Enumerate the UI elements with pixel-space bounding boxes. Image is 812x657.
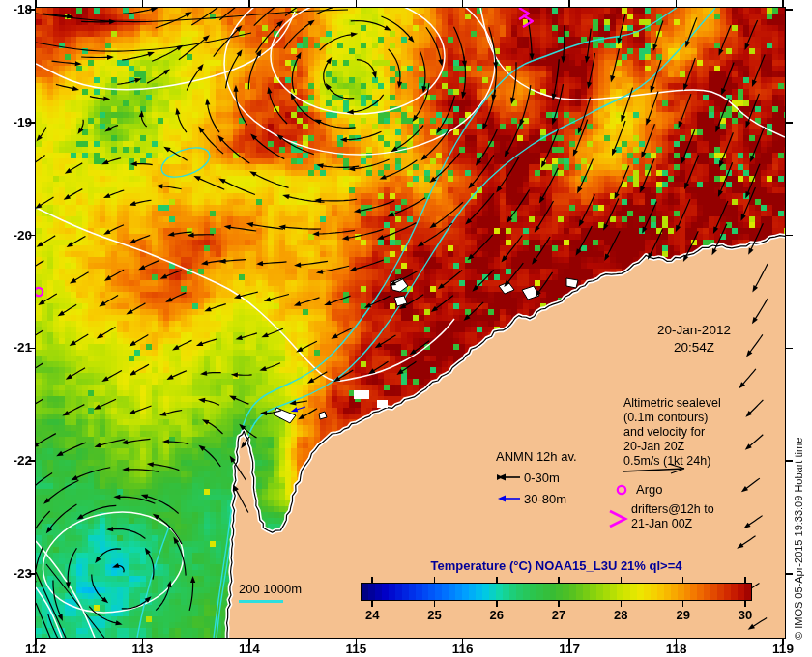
y-tick-right — [785, 348, 793, 350]
anmn-item-label: 30-80m — [524, 492, 566, 506]
colorbar-tick — [744, 577, 746, 583]
altimetric-legend-line: Altimetric sealevel — [624, 396, 721, 411]
y-tick-right — [785, 235, 793, 237]
colorbar-tick — [744, 601, 746, 607]
oceancurrent-sst-figure: 20-Jan-2012 20:54Z Altimetric sealevel(0… — [0, 0, 812, 657]
altimetric-legend-line: and velocity for — [624, 425, 721, 440]
y-tick-right — [785, 122, 793, 124]
colorbar-tick — [496, 577, 498, 583]
anmn-item-0-30m: 0-30m — [488, 471, 604, 485]
isobath-legend: 200 1000m — [239, 582, 302, 603]
colorbar-tick-label: 27 — [539, 608, 578, 622]
blue-arrow-icon — [497, 494, 522, 503]
altimetric-legend-line: 20-Jan 20Z — [624, 440, 721, 454]
colorbar-tick — [434, 601, 436, 607]
x-tick-label: 115 — [334, 642, 377, 656]
velocity-scale-arrow — [621, 463, 690, 480]
argo-circle-icon — [615, 483, 628, 497]
drifters-legend-line: 21-Jan 00Z — [631, 517, 714, 531]
colorbar-tick — [434, 577, 436, 583]
y-tick-right — [785, 573, 793, 575]
altimetric-legend: Altimetric sealevel(0.1m contours)and ve… — [624, 396, 721, 469]
colorbar-tick — [371, 601, 373, 607]
drifters-label: drifters@12h to21-Jan 00Z — [631, 502, 714, 531]
isobath-line-swatch — [239, 600, 283, 603]
anmn-item-label: 0-30m — [524, 471, 560, 485]
x-tick-top — [462, 0, 464, 8]
x-tick-label: 114 — [228, 642, 271, 656]
colorbar-tick — [682, 577, 684, 583]
colorbar-title: Temperature (°C) NOAA15_L3U 21% ql>=4 — [361, 558, 752, 573]
y-tick-label: -22 — [0, 453, 32, 468]
x-tick-label: 119 — [762, 642, 804, 656]
colorbar-tick-label: 30 — [726, 608, 765, 622]
drifters-legend-line: drifters@12h to — [631, 502, 714, 517]
y-tick-label: -20 — [0, 228, 32, 243]
x-tick-top — [142, 0, 144, 8]
colorbar-tick — [558, 601, 560, 607]
x-tick-label: 118 — [655, 642, 698, 656]
colorbar-tick — [621, 601, 623, 607]
drifter-chevron-icon — [607, 509, 628, 530]
argo-legend: Argo — [615, 480, 662, 498]
colorbar-tick — [621, 577, 623, 583]
x-tick-label: 116 — [442, 642, 484, 656]
timestamp-date: 20-Jan-2012 — [634, 322, 754, 339]
black-arrow-icon — [497, 472, 522, 482]
anmn-item-30-80m: 30-80m — [488, 492, 604, 506]
x-tick-label: 112 — [14, 642, 57, 656]
colorbar-tick — [558, 577, 560, 583]
timestamp-time: 20:54Z — [634, 339, 754, 357]
x-tick-top — [35, 0, 37, 8]
x-tick-label: 113 — [121, 642, 163, 656]
velocity-arrow-icon — [621, 463, 690, 476]
y-tick-label: -21 — [0, 340, 32, 355]
x-tick-top — [568, 0, 570, 8]
timestamp-label: 20-Jan-2012 20:54Z — [634, 322, 754, 357]
x-tick-top — [676, 0, 678, 8]
drifters-legend: drifters@12h to21-Jan 00Z — [607, 502, 714, 531]
colorbar-tick-label: 29 — [664, 608, 703, 622]
anmn-legend-title: ANMN 12h av. — [496, 449, 604, 464]
isobath-label: 200 1000m — [239, 582, 302, 596]
colorbar-tick-label: 24 — [353, 608, 392, 622]
copyright-note: © IMOS 05-Apr-2015 19:33:09 Hobart time — [793, 369, 804, 640]
colorbar-tick-label: 28 — [601, 608, 640, 622]
x-tick-top — [356, 0, 358, 8]
colorbar-tick-label: 25 — [416, 608, 454, 622]
y-tick-label: -23 — [0, 566, 32, 581]
colorbar-tick-label: 26 — [478, 608, 516, 622]
anmn-legend: ANMN 12h av. 0-30m 30-80m — [488, 449, 604, 506]
colorbar-tick — [371, 577, 373, 583]
argo-label: Argo — [636, 482, 662, 497]
x-tick-top — [248, 0, 250, 8]
x-tick-top — [782, 0, 784, 8]
y-tick-right — [785, 460, 793, 462]
altimetric-legend-line: (0.1m contours) — [624, 411, 721, 425]
y-tick-label: -18 — [0, 2, 32, 16]
x-tick-label: 117 — [548, 642, 591, 656]
colorbar-tick — [496, 601, 498, 607]
colorbar — [361, 583, 752, 601]
colorbar-tick — [682, 601, 684, 607]
y-tick-label: -19 — [0, 115, 32, 129]
y-tick-right — [785, 9, 793, 11]
